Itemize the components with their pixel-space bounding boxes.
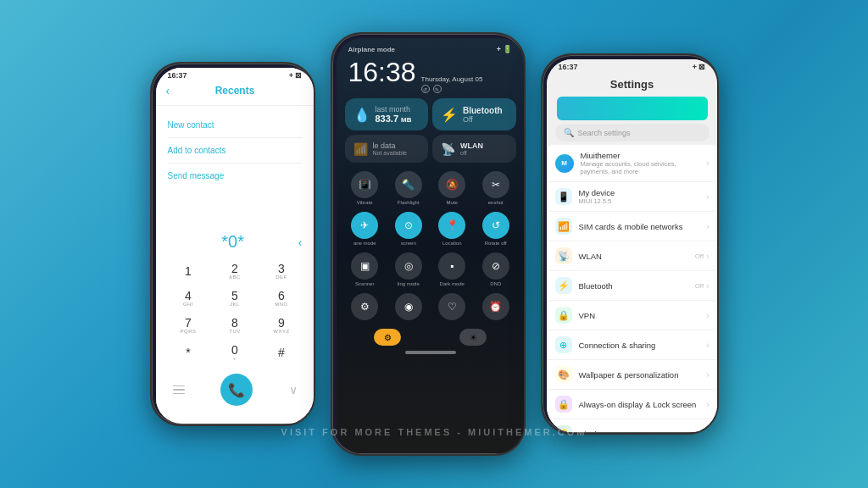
dark-mode-icon: ▪: [450, 260, 453, 272]
phone1-shell: 16:37 + ⊠ ‹ Recents New contact Add to c…: [150, 62, 315, 426]
scanner-toggle[interactable]: ▣: [351, 252, 378, 280]
signal-icon: 📶: [353, 142, 368, 156]
settings-nav-button[interactable]: ⚙: [374, 329, 401, 346]
phone2-shell: Airplane mode + 🔋 16:38 Thursday, August…: [331, 32, 526, 456]
focus-quick[interactable]: ◉: [395, 293, 422, 320]
brightness-nav-button[interactable]: ☀: [459, 329, 487, 346]
caret-down-icon[interactable]: ∨: [289, 383, 298, 396]
connection-sharing-item[interactable]: ⊕ Connection & sharing ›: [547, 330, 718, 360]
screenshot-toggle[interactable]: ✂: [482, 171, 509, 198]
key-5[interactable]: 5 JKL: [213, 286, 258, 311]
key-4[interactable]: 4 GHI: [166, 286, 211, 311]
wlan-icon: 📡: [441, 142, 455, 156]
vibrate-icon: 📳: [359, 179, 371, 191]
phone1-bottom: 📞 ∨: [156, 369, 314, 413]
phone1-input[interactable]: *0*: [168, 232, 298, 252]
phone1-keypad: 1 2 ABC 3 DEF 4 GHI 5 JKL 6 MNO: [156, 255, 314, 369]
always-on-icon: 🔒: [555, 396, 572, 413]
bluetooth-tile[interactable]: ⚡ Bluetooth Off: [432, 98, 516, 130]
my-device-item[interactable]: 📱 My device MIUI 12.5.5 ›: [547, 182, 718, 212]
data-usage-tile[interactable]: 💧 last month 833.7 MB: [345, 98, 429, 130]
quick-toggles-row2: ✈ ane mode ⊙ screen 📍 Location ↺: [337, 208, 525, 249]
accent-decoration: [557, 97, 708, 120]
sim-item[interactable]: 📶 SIM cards & mobile networks ›: [547, 212, 718, 241]
phone2-status-icons: + 🔋: [497, 45, 513, 53]
phone-icon: 📞: [228, 382, 245, 398]
connection-icon: ⊕: [555, 336, 572, 353]
airplane-icon: ✈: [360, 219, 369, 231]
edit-icon: ✎: [433, 85, 442, 93]
phone2-time-row: 16:38 Thursday, August 05 ↺ ✎: [337, 55, 525, 93]
add-to-contacts-item[interactable]: Add to contacts: [168, 141, 303, 159]
vpn-icon: 🔒: [555, 307, 572, 324]
phone3-header: Settings: [547, 73, 718, 97]
alarm-quick[interactable]: ⏰: [482, 293, 509, 320]
key-0[interactable]: 0 +: [213, 340, 258, 365]
phone3-status-icons: + ⊠: [693, 63, 706, 71]
rotate-icon: ↺: [492, 219, 500, 231]
rotate-toggle[interactable]: ↺: [482, 212, 509, 239]
menu-lines-icon[interactable]: [173, 385, 185, 395]
heart-quick[interactable]: ♡: [438, 293, 465, 320]
location-icon: 📍: [446, 219, 459, 231]
flashlight-icon: 🔦: [402, 179, 415, 191]
wallpaper-item[interactable]: 🎨 Wallpaper & personalization ›: [547, 360, 718, 390]
key-6[interactable]: 6 MNO: [259, 286, 304, 311]
send-message-item[interactable]: Send message: [168, 167, 303, 185]
my-device-chevron: ›: [706, 192, 709, 202]
dnd-toggle[interactable]: ⊘: [482, 252, 509, 280]
call-button[interactable]: 📞: [220, 374, 253, 406]
vibrate-toggle[interactable]: 📳: [351, 171, 378, 198]
phone1-header: ‹ Recents: [156, 81, 314, 102]
key-9[interactable]: 9 WXYZ: [259, 313, 304, 338]
key-star[interactable]: *: [166, 340, 211, 365]
phone1-backspace-icon[interactable]: ‹: [298, 236, 303, 249]
phone3-screen: 16:37 + ⊠ Settings 🔍 Search settings M M…: [547, 59, 718, 432]
mute-toggle[interactable]: 🔕: [438, 171, 465, 198]
screenshot-icon: ✂: [492, 179, 500, 191]
sim-chevron: ›: [706, 222, 709, 231]
key-1[interactable]: 1: [166, 258, 211, 284]
account-avatar: M: [555, 154, 574, 173]
wlan-item[interactable]: 📡 WLAN Off ›: [547, 241, 718, 271]
key-hash[interactable]: #: [259, 340, 304, 365]
key-3[interactable]: 3 DEF: [259, 258, 304, 284]
back-icon[interactable]: ‹: [166, 84, 170, 97]
always-on-item[interactable]: 🔒 Always-on display & Lock screen ›: [547, 390, 718, 419]
display-chevron: ›: [706, 430, 709, 433]
reading-icon: ◎: [404, 260, 413, 272]
phone3-title: Settings: [610, 78, 654, 91]
location-toggle[interactable]: 📍: [438, 212, 465, 239]
wlan-tile[interactable]: 📡 WLAN off: [432, 135, 516, 163]
key-7[interactable]: 7 PQRS: [166, 313, 211, 338]
mute-icon: 🔕: [446, 179, 459, 191]
sim-icon: 📶: [555, 218, 572, 235]
dark-mode-toggle[interactable]: ▪: [438, 252, 465, 280]
key-8[interactable]: 8 TUV: [213, 313, 258, 338]
phone2-time: 16:38: [348, 57, 416, 88]
vpn-chevron: ›: [706, 311, 709, 320]
screen-toggle[interactable]: ⊙: [395, 212, 422, 239]
quick-toggles-row1: 📳 Vibrate 🔦 Flashlight 🔕 Mute ✂: [337, 168, 525, 208]
flashlight-toggle[interactable]: 🔦: [395, 171, 422, 198]
airplane-toggle[interactable]: ✈: [351, 212, 378, 239]
new-contact-item[interactable]: New contact: [168, 116, 303, 134]
settings-quick[interactable]: ⚙: [351, 293, 378, 320]
vpn-item[interactable]: 🔒 VPN ›: [547, 301, 718, 330]
mobile-data-tile[interactable]: 📶 le data Not available: [345, 135, 429, 163]
bluetooth-item[interactable]: ⚡ Bluetooth Off ›: [547, 271, 718, 301]
phone1-status-icons: + ⊠: [289, 71, 303, 80]
reading-toggle[interactable]: ◎: [395, 252, 422, 280]
alarm-icon: ⏰: [489, 301, 502, 313]
phone3-time: 16:37: [559, 63, 578, 71]
settings-search[interactable]: 🔍 Search settings: [555, 124, 709, 141]
account-item[interactable]: M Miuithemer Manage accounts, cloud serv…: [547, 145, 718, 182]
watermark-text: VISIT FOR MORE THEMES - MIUITHEMER.COM: [281, 427, 587, 437]
device-icon: 📱: [555, 188, 572, 205]
phone2-bottom-nav: ⚙ ☀: [337, 324, 525, 351]
phone1-title: Recents: [215, 85, 255, 97]
account-content: Miuithemer Manage accounts, cloud servic…: [581, 151, 700, 175]
bluetooth-status: Off ›: [695, 281, 709, 291]
wallpaper-chevron: ›: [706, 370, 709, 380]
key-2[interactable]: 2 ABC: [213, 258, 258, 284]
